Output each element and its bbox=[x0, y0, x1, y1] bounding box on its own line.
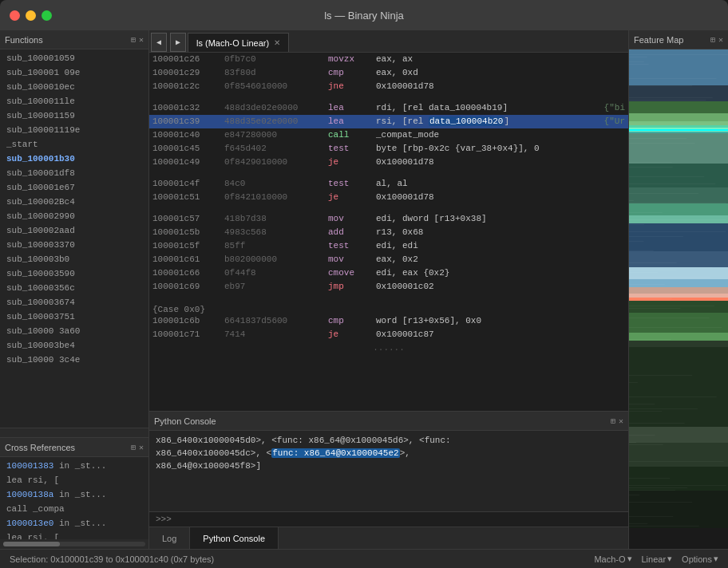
function-item[interactable]: sub_10000 3a60 bbox=[0, 324, 148, 338]
close-panel-icon[interactable]: ✕ bbox=[139, 35, 144, 45]
format-label: Mach-O bbox=[594, 554, 625, 564]
python-split-icon[interactable]: ⊞ bbox=[611, 416, 615, 426]
disasm-operands: byte [rbp-0x2c {var_38+0x4}], 0 bbox=[376, 142, 625, 156]
disasm-operands: edi, edi bbox=[376, 239, 625, 253]
feature-map-close-icon[interactable]: ✕ bbox=[718, 35, 723, 45]
disasm-bytes: 488d35e02e0000 bbox=[224, 115, 328, 128]
disasm-line[interactable]: 100001c717414je0x100001c87 bbox=[149, 328, 628, 341]
cross-refs-header-icons: ⊞ ✕ bbox=[131, 443, 144, 452]
feature-map-split-icon[interactable]: ⊞ bbox=[710, 35, 715, 45]
disasm-line[interactable]: 100001c45f645d402testbyte [rbp-0x2c {var… bbox=[149, 142, 628, 156]
disasm-address: 100001c4f bbox=[152, 177, 224, 191]
disasm-line[interactable]: 100001c4f84c0testal, al bbox=[149, 177, 628, 191]
nav-back-button[interactable]: ◀ bbox=[151, 33, 167, 52]
disasm-bytes: 0f8421010000 bbox=[224, 191, 328, 204]
function-item[interactable]: sub_100001 09e bbox=[0, 65, 148, 80]
disasm-line[interactable]: 100001c490f8429010000je0x100001d78 bbox=[149, 156, 628, 169]
minimize-button[interactable] bbox=[26, 10, 36, 21]
disasm-tabs: ◀ ▶ ls (Mach-O Linear) ✕ bbox=[149, 30, 628, 53]
function-item[interactable]: sub_100003b0 bbox=[0, 252, 148, 266]
xref-item: lea rsi, [ bbox=[0, 473, 148, 487]
function-item[interactable]: sub_100001059 bbox=[0, 51, 148, 65]
disasm-line[interactable]: 100001c260fb7c0movzxeax, ax bbox=[149, 53, 628, 66]
feature-map-icons: ⊞ ✕ bbox=[710, 35, 723, 45]
titlebar: ls — Binary Ninja bbox=[0, 0, 728, 30]
disasm-operands: 0x100001d78 bbox=[376, 191, 625, 204]
disasm-address: 100001c29 bbox=[152, 66, 224, 80]
function-item[interactable]: sub_100003370 bbox=[0, 238, 148, 252]
function-item[interactable]: sub_100001119e bbox=[0, 123, 148, 137]
disasm-bytes: 4983c568 bbox=[224, 226, 328, 239]
disasm-address: 100001c39 bbox=[152, 115, 224, 128]
disasm-tab-close-icon[interactable]: ✕ bbox=[274, 38, 280, 47]
disasm-mnemonic: mov bbox=[328, 212, 376, 226]
disasm-line[interactable]: 100001c510f8421010000je0x100001d78 bbox=[149, 191, 628, 204]
disasm-operands: r13, 0x68 bbox=[376, 226, 625, 239]
function-item[interactable]: sub_100001159 bbox=[0, 108, 148, 123]
cross-refs-close-icon[interactable]: ✕ bbox=[139, 443, 144, 452]
function-item[interactable]: sub_10000356c bbox=[0, 281, 148, 295]
split-icon[interactable]: ⊞ bbox=[131, 35, 136, 45]
python-title: Python Console bbox=[154, 416, 216, 426]
close-button[interactable] bbox=[10, 10, 20, 21]
disasm-line[interactable]: 100001c5f85fftestedi, edi bbox=[149, 239, 628, 253]
view-button[interactable]: Linear ▾ bbox=[642, 554, 673, 564]
function-item[interactable]: sub_100003be4 bbox=[0, 338, 148, 353]
view-chevron-icon: ▾ bbox=[667, 554, 672, 564]
format-button[interactable]: Mach-O ▾ bbox=[594, 554, 631, 564]
function-item[interactable]: sub_100001df8 bbox=[0, 166, 148, 180]
disasm-area[interactable]: 100001c260fb7c0movzxeax, ax100001c2983f8… bbox=[149, 53, 628, 411]
disasm-line[interactable]: 100001c2c0f8546010000jne0x100001d78 bbox=[149, 80, 628, 93]
function-item[interactable]: sub_100003751 bbox=[0, 310, 148, 324]
function-item[interactable]: sub_100003674 bbox=[0, 295, 148, 310]
disasm-line[interactable]: 100001c6b6641837d5600cmpword [r13+0x56],… bbox=[149, 314, 628, 328]
function-item[interactable]: _start bbox=[0, 137, 148, 152]
disasm-line[interactable]: 100001c69eb97jmp0x100001c02 bbox=[149, 280, 628, 294]
disasm-line[interactable]: 100001c2983f80dcmpeax, 0xd bbox=[149, 66, 628, 80]
function-item[interactable]: sub_1000011le bbox=[0, 94, 148, 108]
disasm-spacer bbox=[149, 204, 628, 212]
feature-map-panel: Feature Map ⊞ ✕ bbox=[628, 30, 728, 549]
disasm-line[interactable]: 100001c39488d35e02e0000learsi, [rel data… bbox=[149, 115, 628, 128]
function-item[interactable]: sub_1000010ec bbox=[0, 80, 148, 94]
disasm-operands: edi, eax {0x2} bbox=[376, 266, 625, 280]
function-item[interactable]: sub_100001b30 bbox=[0, 152, 148, 166]
python-close-icon[interactable]: ✕ bbox=[619, 416, 623, 426]
python-panel-header: Python Console ⊞ ✕ bbox=[149, 412, 628, 431]
disasm-operands: 0x100001d78 bbox=[376, 156, 625, 169]
disasm-bytes: eb97 bbox=[224, 280, 328, 294]
python-output-line: x86_6400x10000045d0>, <func: x86_64@0x10… bbox=[156, 434, 622, 447]
disasm-bytes: b802000000 bbox=[224, 253, 328, 266]
python-prompt-label: >>> bbox=[156, 515, 172, 524]
function-item[interactable]: sub_10000 3c4e bbox=[0, 353, 148, 367]
functions-list[interactable]: sub_100001059sub_100001 09esub_1000010ec… bbox=[0, 49, 148, 428]
maximize-button[interactable] bbox=[42, 10, 52, 21]
disasm-address: 100001c57 bbox=[152, 212, 224, 226]
function-item[interactable]: sub_100002Bc4 bbox=[0, 195, 148, 209]
disasm-line[interactable]: 100001c40e847280000call_compat_mode bbox=[149, 128, 628, 142]
disasm-address: 100001c69 bbox=[152, 280, 224, 294]
tabs-bar: LogPython Console bbox=[149, 527, 628, 549]
cross-refs-split-icon[interactable]: ⊞ bbox=[131, 443, 136, 452]
disasm-tab-main[interactable]: ls (Mach-O Linear) ✕ bbox=[188, 33, 289, 52]
disasm-bytes: 488d3de02e0000 bbox=[224, 101, 328, 115]
disasm-line[interactable]: 100001c5b4983c568addr13, 0x68 bbox=[149, 226, 628, 239]
disasm-line[interactable]: 100001c32488d3de02e0000leardi, [rel data… bbox=[149, 101, 628, 115]
bottom-tab-python-console[interactable]: Python Console bbox=[190, 527, 279, 549]
options-button[interactable]: Options ▾ bbox=[682, 554, 718, 564]
disasm-line[interactable]: 100001c57418b7d38movedi, dword [r13+0x38… bbox=[149, 212, 628, 226]
function-item[interactable]: sub_100002990 bbox=[0, 209, 148, 223]
traffic-lights bbox=[10, 10, 52, 21]
feature-map-canvas bbox=[629, 49, 728, 549]
function-item[interactable]: sub_100001e67 bbox=[0, 180, 148, 195]
disasm-address: 100001c45 bbox=[152, 142, 224, 156]
disasm-line[interactable]: 100001c61b802000000moveax, 0x2 bbox=[149, 253, 628, 266]
disasm-operands: rdi, [rel data_100004b19] bbox=[376, 101, 598, 115]
disasm-mnemonic: cmp bbox=[328, 66, 376, 80]
disasm-line[interactable]: 100001c660f44f8cmoveedi, eax {0x2} bbox=[149, 266, 628, 280]
cross-refs-header: Cross References ⊞ ✕ bbox=[0, 438, 148, 457]
function-item[interactable]: sub_100002aad bbox=[0, 223, 148, 238]
function-item[interactable]: sub_100003590 bbox=[0, 266, 148, 281]
nav-forward-button[interactable]: ▶ bbox=[170, 33, 186, 52]
bottom-tab-log[interactable]: Log bbox=[149, 527, 190, 549]
